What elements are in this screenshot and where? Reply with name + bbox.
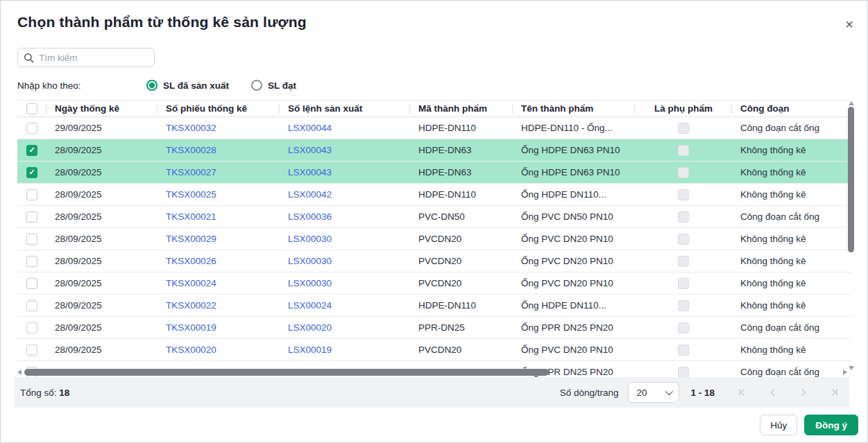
statistics-date-cell: 28/09/2025 <box>46 300 158 311</box>
row-select-checkbox[interactable] <box>26 300 37 311</box>
scroll-up-icon[interactable] <box>849 101 854 105</box>
byproduct-cell <box>635 234 732 245</box>
row-select-checkbox[interactable] <box>26 322 37 333</box>
byproduct-cell <box>635 300 732 311</box>
search-input[interactable] <box>39 53 148 63</box>
radio-sl-da-san-xuat[interactable]: SL đã sản xuất <box>146 80 229 91</box>
table-row[interactable]: ✓28/09/2025TKSX00028LSX00043HDPE-DN63Ống… <box>17 139 852 162</box>
table-row[interactable]: 28/09/2025TKSX00026LSX00030PVCDN20Ống PV… <box>17 250 852 272</box>
horizontal-scrollbar[interactable] <box>17 369 847 376</box>
product-name-cell: Ống HDPE DN110... <box>513 300 635 311</box>
production-order-link[interactable]: LSX00042 <box>288 189 332 200</box>
production-order-cell: LSX00030 <box>280 278 410 288</box>
vertical-scrollbar-thumb[interactable] <box>848 107 854 252</box>
column-header-stage[interactable]: Công đoạn <box>732 101 852 116</box>
stage-cell: Không thống kê <box>732 345 852 355</box>
row-select-checkbox[interactable] <box>26 123 37 134</box>
row-select-checkbox[interactable] <box>26 278 37 289</box>
next-page-button[interactable] <box>788 382 819 403</box>
table-row[interactable]: 28/09/2025TKSX00022LSX00024HDPE-DN110Ống… <box>17 295 852 317</box>
last-page-button[interactable] <box>819 382 849 403</box>
row-select-checkbox[interactable] <box>26 189 37 200</box>
production-order-link[interactable]: LSX00036 <box>288 211 332 222</box>
table-row[interactable]: 28/09/2025TKSX00025LSX00042HDPE-DN110Ống… <box>17 184 852 206</box>
vertical-scrollbar[interactable] <box>847 100 856 372</box>
byproduct-cell <box>635 345 732 356</box>
table-row[interactable]: 28/09/2025TKSX00019LSX00020PPR-DN25Ống P… <box>17 317 852 339</box>
statistics-sheet-link[interactable]: TKSX00025 <box>166 189 216 200</box>
radio-sl-dat[interactable]: SL đạt <box>251 80 296 91</box>
row-select-checkbox[interactable]: ✓ <box>26 167 37 178</box>
product-name-cell: Ống PPR DN25 PN20 <box>513 322 635 333</box>
column-header-byproduct[interactable]: Là phụ phẩm <box>635 101 732 116</box>
byproduct-cell <box>635 167 732 178</box>
table-row[interactable]: 28/09/2025TKSX00020LSX00019PVCDN20Ống PV… <box>17 339 852 361</box>
column-header-code[interactable]: Mã thành phẩm <box>410 101 513 116</box>
production-order-link[interactable]: LSX00020 <box>288 322 332 333</box>
byproduct-checkbox <box>678 167 689 178</box>
table-row[interactable]: 29/09/2025TKSX00032LSX00044HDPE-DN110HDP… <box>17 117 852 139</box>
product-code-cell: PPR-DN25 <box>410 322 513 333</box>
statistics-sheet-link[interactable]: TKSX00022 <box>166 300 216 311</box>
row-checkbox-cell <box>17 300 46 311</box>
byproduct-cell <box>635 145 732 156</box>
row-select-checkbox[interactable] <box>26 234 37 245</box>
statistics-sheet-cell: TKSX00026 <box>158 256 280 266</box>
production-order-link[interactable]: LSX00043 <box>288 145 332 155</box>
production-order-link[interactable]: LSX00044 <box>288 123 332 133</box>
statistics-sheet-link[interactable]: TKSX00024 <box>166 278 216 288</box>
scroll-left-icon[interactable] <box>17 370 22 375</box>
confirm-button[interactable]: Đồng ý <box>804 415 858 435</box>
byproduct-checkbox <box>678 345 689 356</box>
statistics-sheet-link[interactable]: TKSX00019 <box>166 322 216 333</box>
product-name-cell: HDPE-DN110 - Ống... <box>513 123 635 133</box>
table-row[interactable]: ✓28/09/2025TKSX00027LSX00043HDPE-DN63Ống… <box>17 162 852 184</box>
total-count: Tổng số: 18 <box>20 388 69 398</box>
statistics-date-cell: 28/09/2025 <box>46 256 158 266</box>
statistics-sheet-link[interactable]: TKSX00027 <box>166 167 216 177</box>
statistics-sheet-link[interactable]: TKSX00026 <box>166 256 216 266</box>
first-page-button[interactable] <box>727 382 758 403</box>
production-order-link[interactable]: LSX00019 <box>288 345 332 355</box>
statistics-sheet-cell: TKSX00019 <box>158 322 280 333</box>
statistics-sheet-link[interactable]: TKSX00029 <box>166 234 216 244</box>
product-name-cell: Ống HDPE DN63 PN10 <box>513 145 635 155</box>
column-header-date[interactable]: Ngày thống kê <box>46 101 158 116</box>
stage-cell: Công đoạn cắt ống <box>732 211 852 222</box>
production-order-cell: LSX00044 <box>280 123 410 133</box>
previous-page-button[interactable] <box>758 382 788 403</box>
production-order-link[interactable]: LSX00030 <box>288 278 332 288</box>
close-icon[interactable]: × <box>841 16 858 33</box>
table-row[interactable]: 28/09/2025TKSX00029LSX00030PVCDN20Ống PV… <box>17 228 852 250</box>
column-header-order[interactable]: Số lệnh sản xuất <box>280 101 410 116</box>
row-select-checkbox[interactable] <box>26 345 37 356</box>
production-order-link[interactable]: LSX00043 <box>288 167 332 177</box>
statistics-sheet-link[interactable]: TKSX00028 <box>166 145 216 155</box>
page-size-select[interactable]: 20 <box>628 382 679 403</box>
table-row[interactable]: 28/09/2025TKSX00024LSX00030PVCDN20Ống PV… <box>17 272 852 295</box>
column-header-name[interactable]: Tên thành phẩm <box>513 101 635 116</box>
statistics-date-cell: 28/09/2025 <box>46 234 158 244</box>
column-header-sheet[interactable]: Số phiếu thống kê <box>158 101 280 116</box>
row-select-checkbox[interactable] <box>26 211 37 223</box>
scroll-down-icon[interactable] <box>849 366 854 370</box>
production-order-link[interactable]: LSX00030 <box>288 256 332 266</box>
select-all-checkbox[interactable] <box>26 103 37 114</box>
scroll-right-icon[interactable] <box>843 370 847 375</box>
production-order-link[interactable]: LSX00030 <box>288 234 332 244</box>
statistics-sheet-link[interactable]: TKSX00021 <box>166 211 216 222</box>
statistics-sheet-link[interactable]: TKSX00032 <box>166 123 216 133</box>
row-select-checkbox[interactable] <box>26 256 37 267</box>
production-order-cell: LSX00030 <box>280 256 410 266</box>
byproduct-checkbox <box>678 278 689 289</box>
page-size-value: 20 <box>636 388 647 398</box>
total-value: 18 <box>59 388 69 398</box>
horizontal-scrollbar-thumb[interactable] <box>24 369 549 376</box>
search-box[interactable] <box>17 48 155 67</box>
table-row[interactable]: 28/09/2025TKSX00021LSX00036PVC-DN50Ống P… <box>17 206 852 228</box>
statistics-sheet-link[interactable]: TKSX00020 <box>166 345 216 355</box>
row-select-checkbox[interactable]: ✓ <box>26 145 37 156</box>
production-order-cell: LSX00019 <box>280 345 410 355</box>
cancel-button[interactable]: Hủy <box>760 415 797 435</box>
production-order-link[interactable]: LSX00024 <box>288 300 332 311</box>
